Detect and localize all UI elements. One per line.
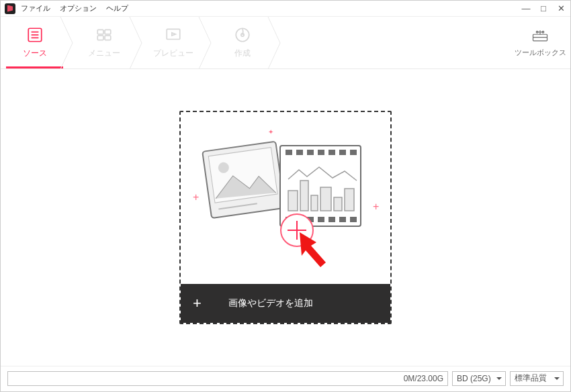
svg-rect-35 bbox=[339, 217, 346, 222]
menu-icon bbox=[95, 26, 113, 44]
svg-rect-39 bbox=[311, 195, 318, 211]
svg-rect-23 bbox=[286, 150, 292, 155]
svg-rect-27 bbox=[328, 150, 335, 155]
minimize-button[interactable]: — bbox=[521, 3, 531, 13]
tab-label: ソース bbox=[23, 48, 47, 59]
step-separator bbox=[63, 17, 75, 68]
svg-marker-46 bbox=[300, 232, 326, 267]
step-separator bbox=[202, 17, 214, 68]
svg-rect-24 bbox=[296, 150, 303, 155]
svg-rect-5 bbox=[105, 30, 111, 34]
svg-rect-42 bbox=[345, 189, 354, 211]
sparkle-icon: + bbox=[373, 201, 379, 213]
dropzone[interactable]: + + ✦ + 画像やビデオを追加 bbox=[179, 111, 392, 324]
tab-create[interactable]: 作成 bbox=[214, 17, 271, 68]
svg-rect-41 bbox=[334, 197, 342, 211]
statusbar: 0M/23.00G BD (25G) 標準品質 bbox=[1, 366, 570, 390]
svg-rect-34 bbox=[328, 217, 335, 222]
preview-icon bbox=[165, 26, 182, 44]
toolbox-label: ツールボックス bbox=[515, 48, 566, 58]
app-icon bbox=[5, 3, 15, 14]
svg-marker-9 bbox=[171, 33, 175, 36]
disc-usage-text: 0M/23.00G bbox=[404, 374, 443, 383]
disc-type-select[interactable]: BD (25G) bbox=[452, 371, 506, 386]
tab-label: プレビュー bbox=[153, 48, 193, 59]
close-button[interactable]: ✕ bbox=[556, 3, 566, 13]
plus-icon: + bbox=[193, 295, 202, 312]
active-indicator bbox=[6, 66, 63, 68]
titlebar: ファイル オプション ヘルプ — □ ✕ bbox=[1, 1, 570, 17]
svg-rect-36 bbox=[350, 217, 357, 222]
tab-menu[interactable]: メニュー bbox=[75, 17, 132, 68]
tab-label: 作成 bbox=[234, 48, 251, 59]
svg-rect-37 bbox=[288, 191, 298, 211]
dropzone-illustration: + + ✦ bbox=[181, 112, 390, 284]
menu-option[interactable]: オプション bbox=[60, 3, 97, 13]
svg-rect-38 bbox=[300, 181, 308, 211]
svg-rect-26 bbox=[318, 150, 324, 155]
tab-source[interactable]: ソース bbox=[6, 17, 63, 68]
step-separator bbox=[271, 17, 283, 68]
svg-rect-29 bbox=[350, 150, 357, 155]
svg-rect-25 bbox=[307, 150, 314, 155]
quality-select[interactable]: 標準品質 bbox=[510, 371, 564, 386]
pointer-arrow-icon bbox=[296, 229, 343, 276]
svg-rect-40 bbox=[320, 187, 331, 211]
maximize-button[interactable]: □ bbox=[538, 3, 549, 13]
sparkle-icon: + bbox=[193, 191, 199, 203]
sparkle-icon: ✦ bbox=[268, 128, 273, 136]
add-media-button[interactable]: + 画像やビデオを追加 bbox=[181, 284, 390, 323]
toolbox-icon bbox=[531, 28, 550, 44]
tab-preview[interactable]: プレビュー bbox=[144, 17, 202, 68]
source-icon bbox=[26, 26, 44, 44]
svg-rect-28 bbox=[339, 150, 346, 155]
svg-rect-4 bbox=[97, 30, 103, 34]
add-media-label: 画像やビデオを追加 bbox=[228, 297, 313, 309]
menu-help[interactable]: ヘルプ bbox=[106, 3, 128, 13]
tab-label: メニュー bbox=[88, 48, 120, 59]
workspace: + + ✦ + 画像やビデオを追加 bbox=[1, 69, 570, 366]
create-icon bbox=[234, 26, 251, 44]
step-separator bbox=[132, 17, 144, 68]
step-tabs: ソース メニュー プレビュー 作成 ツールボックス bbox=[1, 17, 570, 69]
disc-usage-bar: 0M/23.00G bbox=[7, 371, 448, 386]
menu-file[interactable]: ファイル bbox=[21, 3, 50, 13]
svg-rect-7 bbox=[105, 36, 111, 40]
svg-rect-33 bbox=[318, 217, 324, 222]
toolbox-button[interactable]: ツールボックス bbox=[510, 17, 570, 68]
window-controls: — □ ✕ bbox=[521, 3, 566, 13]
svg-rect-8 bbox=[167, 29, 180, 39]
svg-rect-6 bbox=[97, 36, 103, 40]
